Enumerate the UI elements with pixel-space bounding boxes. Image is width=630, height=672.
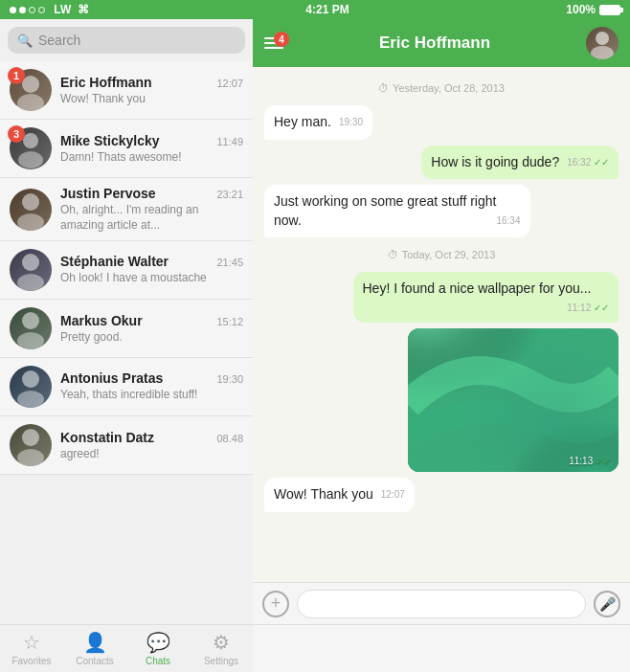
message-input[interactable] <box>297 590 586 618</box>
avatar <box>10 189 52 231</box>
avatar-wrap <box>10 424 52 466</box>
list-item[interactable]: 1 Eric Hoffmann 12:07 Wow! Thank you <box>0 61 253 120</box>
search-bar[interactable]: 🔍 Search <box>8 27 245 54</box>
list-item[interactable]: Markus Okur 15:12 Pretty good. <box>0 300 253 358</box>
chat-list: 1 Eric Hoffmann 12:07 Wow! Thank you 3 <box>0 61 253 624</box>
read-ticks: ✓✓ <box>594 302 609 313</box>
message-row: Wow! Thank you 12:07 <box>264 478 619 512</box>
svg-point-11 <box>17 391 44 408</box>
voice-message-button[interactable]: 🎤 <box>594 591 620 617</box>
chat-info: Markus Okur 15:12 Pretty good. <box>60 313 243 344</box>
nav-item-settings[interactable]: ⚙ Settings <box>190 625 253 672</box>
chat-info: Mike Stickylcky 11:49 Damn! Thats awesom… <box>60 133 243 164</box>
contact-name: Stéphanie Walter <box>60 254 169 269</box>
chat-info: Eric Hoffmann 12:07 Wow! Thank you <box>60 75 243 105</box>
message-time: 11:49 <box>216 136 243 147</box>
right-panel: 4 Eric Hoffmann ⏱ Yesterday, Oct 28, 201… <box>253 19 630 624</box>
messages-area: ⏱ Yesterday, Oct 28, 2013 Hey man. 19:30… <box>253 67 630 582</box>
nav-item-chats[interactable]: 💬 Chats <box>126 625 190 672</box>
status-bar: LW ⌘ 4:21 PM 100% <box>0 0 630 19</box>
contact-name: Antonius Pratas <box>60 370 163 386</box>
signal-dot-2 <box>19 7 26 13</box>
message-row: Just working on some great stuff right n… <box>264 185 619 237</box>
chat-item-header: Justin Pervose 23:21 <box>60 186 243 201</box>
read-ticks: ✓✓ <box>596 456 611 466</box>
active-contact-name: Eric Hoffmann <box>291 34 578 53</box>
svg-point-2 <box>23 133 38 148</box>
chats-label: Chats <box>146 656 170 666</box>
settings-label: Settings <box>204 656 238 666</box>
menu-line <box>264 47 283 49</box>
avatar <box>10 307 52 349</box>
battery-fill <box>600 6 619 14</box>
avatar-wrap <box>10 366 52 408</box>
message-preview: Oh, alright... I'm reading an amazing ar… <box>60 203 243 233</box>
time-label: 4:21 PM <box>305 3 349 16</box>
date-divider: ⏱ Today, Oct 29, 2013 <box>264 249 619 260</box>
svg-point-0 <box>22 76 39 93</box>
contact-name: Justin Pervose <box>60 186 156 201</box>
avatar <box>10 249 52 291</box>
unread-badge: 1 <box>8 67 25 84</box>
avatar-wrap: 1 <box>10 69 52 111</box>
svg-point-3 <box>18 151 43 168</box>
message-text: Hey man. <box>274 114 331 129</box>
message-time: 08.48 <box>216 433 243 444</box>
message-bubble: Wow! Thank you 12:07 <box>264 478 415 512</box>
menu-badge: 4 <box>274 32 289 47</box>
date-label: Yesterday, Oct 28, 2013 <box>393 82 505 94</box>
list-item[interactable]: Antonius Pratas 19:30 Yeah, thats incred… <box>0 358 253 416</box>
svg-point-14 <box>596 32 609 45</box>
message-row: Hey man. 19:30 <box>264 105 619 140</box>
left-panel: 🔍 Search 1 Eric Hoffmann 12:07 Wow <box>0 19 253 624</box>
message-text: Hey! I found a nice wallpaper for you... <box>363 280 592 296</box>
avatar-wrap <box>10 189 52 231</box>
image-timestamp: 11:13 ✓✓ <box>569 456 611 466</box>
contact-name: Markus Okur <box>60 313 143 328</box>
signal-dot-1 <box>10 7 16 13</box>
list-item[interactable]: 3 Mike Stickylcky 11:49 Damn! Thats awes… <box>0 120 253 178</box>
contact-name: Konstatin Datz <box>60 430 154 445</box>
svg-point-7 <box>17 274 44 291</box>
read-ticks: ✓✓ <box>594 157 609 168</box>
battery-icon <box>599 5 620 15</box>
svg-point-9 <box>17 332 44 349</box>
contact-avatar[interactable] <box>586 27 619 59</box>
list-item[interactable]: Stéphanie Walter 21:45 Oh look! I have a… <box>0 241 253 300</box>
contacts-label: Contacts <box>76 656 113 666</box>
main-content: 🔍 Search 1 Eric Hoffmann 12:07 Wow <box>0 19 630 624</box>
svg-point-10 <box>22 370 39 388</box>
chat-item-header: Konstatin Datz 08.48 <box>60 430 243 445</box>
date-divider: ⏱ Yesterday, Oct 28, 2013 <box>264 82 619 94</box>
chat-header-bar: 4 Eric Hoffmann <box>253 19 630 67</box>
signal-area: LW ⌘ <box>10 3 89 16</box>
chat-item-header: Stéphanie Walter 21:45 <box>60 254 243 269</box>
nav-item-contacts[interactable]: 👤 Contacts <box>63 625 126 672</box>
chat-input-bar: + 🎤 <box>253 582 630 624</box>
message-preview: Yeah, thats incredible stuff! <box>60 388 243 403</box>
menu-button[interactable]: 4 <box>264 37 283 49</box>
battery-percent: 100% <box>566 3 596 16</box>
chat-info: Justin Pervose 23:21 Oh, alright... I'm … <box>60 186 243 233</box>
chat-info: Konstatin Datz 08.48 agreed! <box>60 430 243 460</box>
search-placeholder: Search <box>38 33 80 48</box>
message-bubble: Just working on some great stuff right n… <box>264 185 530 237</box>
chat-info: Antonius Pratas 19:30 Yeah, thats incred… <box>60 370 243 403</box>
chat-item-header: Markus Okur 15:12 <box>60 313 243 328</box>
nav-item-favorites[interactable]: ☆ Favorites <box>0 625 63 672</box>
message-time: 23:21 <box>216 189 243 200</box>
list-item[interactable]: Konstatin Datz 08.48 agreed! <box>0 416 253 475</box>
message-bubble: Hey man. 19:30 <box>264 105 372 140</box>
signal-dot-3 <box>29 7 35 13</box>
message-row: How is it going dude? 16:32 ✓✓ <box>264 146 619 180</box>
list-item[interactable]: Justin Pervose 23:21 Oh, alright... I'm … <box>0 178 253 241</box>
message-time: 21:45 <box>216 257 243 268</box>
message-preview: Wow! Thank you <box>60 92 243 105</box>
add-attachment-button[interactable]: + <box>262 591 289 617</box>
message-time: 12:07 <box>216 78 243 89</box>
svg-point-15 <box>591 46 614 59</box>
contact-name: Eric Hoffmann <box>60 75 152 90</box>
chat-info: Stéphanie Walter 21:45 Oh look! I have a… <box>60 254 243 286</box>
message-bubble: How is it going dude? 16:32 ✓✓ <box>421 146 619 180</box>
avatar <box>10 424 52 466</box>
